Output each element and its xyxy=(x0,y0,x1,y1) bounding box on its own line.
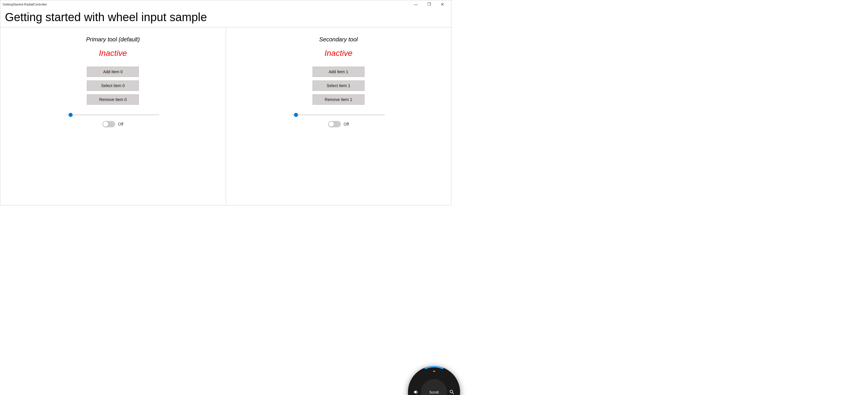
primary-panel-title: Primary tool (default) xyxy=(86,36,140,43)
window-controls: — ❐ ✕ xyxy=(409,1,449,7)
app-title: Getting started with wheel input sample xyxy=(0,8,451,27)
secondary-slider-track xyxy=(292,115,385,115)
primary-toggle-label: Off xyxy=(118,122,123,126)
secondary-slider-thumb[interactable] xyxy=(294,113,298,117)
secondary-add-button[interactable]: Add Item 1 xyxy=(312,66,365,77)
primary-add-button[interactable]: Add Item 0 xyxy=(87,66,139,77)
title-bar: GettingStarted-RadialController — ❐ ✕ xyxy=(0,0,451,8)
secondary-status: Inactive xyxy=(324,49,353,58)
secondary-panel-title: Secondary tool xyxy=(319,36,358,43)
secondary-toggle-label: Off xyxy=(344,122,349,126)
primary-slider-container xyxy=(66,112,159,115)
primary-toggle-container: Off xyxy=(102,121,123,127)
primary-toggle-knob xyxy=(103,122,108,127)
primary-slider-thumb[interactable] xyxy=(69,113,73,117)
secondary-select-button[interactable]: Select Item 1 xyxy=(312,81,365,91)
close-button[interactable]: ✕ xyxy=(436,1,449,7)
app-name: GettingStarted-RadialController xyxy=(3,3,47,6)
secondary-toggle[interactable] xyxy=(328,121,341,127)
primary-remove-button[interactable]: Remove Item 0 xyxy=(87,94,139,105)
primary-panel: Primary tool (default) Inactive Add Item… xyxy=(0,28,226,204)
primary-select-button[interactable]: Select Item 0 xyxy=(87,81,139,91)
secondary-toggle-knob xyxy=(329,122,334,127)
primary-btn-group: Add Item 0 Select Item 0 Remove Item 0 xyxy=(87,66,139,105)
secondary-panel: Secondary tool Inactive Add Item 1 Selec… xyxy=(226,28,452,204)
main-container: Primary tool (default) Inactive Add Item… xyxy=(0,27,451,204)
secondary-btn-group: Add Item 1 Select Item 1 Remove Item 1 xyxy=(312,66,365,105)
secondary-remove-button[interactable]: Remove Item 1 xyxy=(312,94,365,105)
primary-toggle[interactable] xyxy=(102,121,115,127)
primary-status: Inactive xyxy=(99,49,127,58)
minimize-button[interactable]: — xyxy=(409,1,422,7)
maximize-button[interactable]: ❐ xyxy=(423,1,435,7)
secondary-slider-container xyxy=(292,112,385,115)
secondary-toggle-container: Off xyxy=(328,121,349,127)
primary-slider-track xyxy=(66,115,159,115)
